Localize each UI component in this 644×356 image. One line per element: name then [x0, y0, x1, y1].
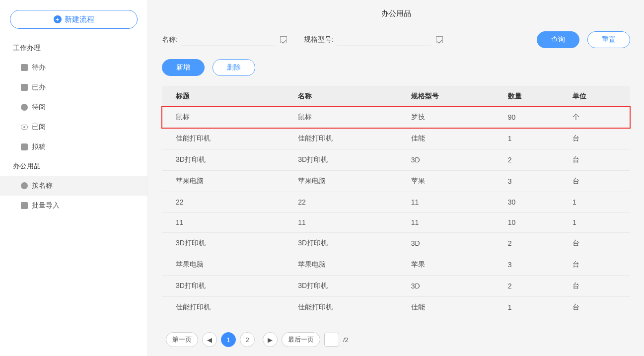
table-cell: 罗技 — [404, 107, 501, 128]
table-cell: 3D打印机 — [162, 149, 291, 171]
new-process-button[interactable]: + 新建流程 — [10, 10, 138, 29]
table-cell: 3D — [404, 276, 501, 297]
table-cell: 佳能 — [404, 297, 501, 318]
table-row[interactable]: 222211301 — [162, 192, 630, 213]
table-cell: 11 — [291, 213, 404, 233]
sidebar-item-done[interactable]: 已办 — [0, 77, 147, 97]
table-row[interactable]: 3D打印机3D打印机3D2台 — [162, 149, 630, 171]
table-cell: 30 — [501, 192, 566, 213]
table-cell: 10 — [501, 213, 566, 233]
delete-button[interactable]: 删除 — [213, 59, 255, 76]
edit-icon[interactable] — [436, 36, 443, 43]
pencil-icon — [21, 143, 28, 150]
sidebar-item-todo[interactable]: 待办 — [0, 58, 147, 77]
delete-label: 删除 — [227, 63, 241, 72]
table-cell: 1 — [566, 192, 630, 213]
toread-icon — [21, 104, 28, 111]
table-row[interactable]: 鼠标鼠标罗技90个 — [162, 107, 630, 128]
sidebar: + 新建流程 工作办理 待办 已办 待阅 已阅 拟稿 办公用品 按名称 — [0, 0, 148, 356]
table-row[interactable]: 苹果电脑苹果电脑苹果3台 — [162, 171, 630, 192]
table-cell: 台 — [566, 149, 630, 171]
table-cell: 佳能 — [404, 128, 501, 149]
sidebar-item-label: 待阅 — [32, 103, 46, 112]
filter-spec-input[interactable] — [337, 34, 431, 46]
table-row[interactable]: 3D打印机3D打印机3D2台 — [162, 276, 630, 297]
add-button[interactable]: 新增 — [162, 59, 205, 76]
table-row[interactable]: 佳能打印机佳能打印机佳能1台 — [162, 297, 630, 318]
main-content: 办公用品 名称: 规格型号: 查询 重置 新增 — [148, 0, 644, 356]
query-label: 查询 — [551, 35, 565, 44]
table-header: 名称 — [291, 86, 404, 107]
page-last-label: 最后一页 — [288, 335, 314, 344]
todo-icon — [21, 64, 28, 71]
sidebar-item-import[interactable]: 批量导入 — [0, 196, 147, 215]
sidebar-item-read[interactable]: 已阅 — [0, 117, 147, 137]
tag-icon — [21, 182, 28, 189]
sidebar-item-label: 已阅 — [32, 123, 46, 132]
page-total: /2 — [343, 336, 349, 344]
supplies-table: 标题名称规格型号数量单位 鼠标鼠标罗技90个佳能打印机佳能打印机佳能1台3D打印… — [162, 86, 630, 318]
table-cell: 台 — [566, 276, 630, 297]
page-next-button[interactable]: ▶ — [263, 332, 278, 347]
table-cell: 鼠标 — [291, 107, 404, 128]
table-cell: 台 — [566, 233, 630, 254]
page-number-button[interactable]: 1 — [221, 332, 236, 347]
table-cell: 佳能打印机 — [162, 128, 291, 149]
action-row: 新增 删除 — [162, 59, 630, 76]
table-cell: 苹果 — [404, 171, 501, 192]
sidebar-item-label: 按名称 — [32, 181, 53, 190]
add-label: 新增 — [176, 63, 190, 72]
table-row[interactable]: 111111101 — [162, 213, 630, 233]
sidebar-item-label: 已办 — [32, 83, 46, 92]
pagination: 第一页 ◀ 12 ▶ 最后一页 /2 — [162, 318, 630, 352]
table-cell: 11 — [404, 213, 501, 233]
sidebar-item-byname[interactable]: 按名称 — [0, 176, 147, 196]
eye-icon — [21, 125, 28, 130]
query-button[interactable]: 查询 — [537, 31, 579, 48]
table-cell: 22 — [291, 192, 404, 213]
filter-name-input[interactable] — [181, 34, 275, 46]
edit-icon[interactable] — [280, 36, 287, 43]
table-cell: 2 — [501, 276, 566, 297]
filter-name-label: 名称: — [162, 35, 178, 44]
reset-label: 重置 — [602, 35, 616, 44]
sidebar-item-label: 拟稿 — [32, 142, 46, 151]
table-row[interactable]: 佳能打印机佳能打印机佳能1台 — [162, 128, 630, 149]
page-input[interactable] — [324, 333, 339, 347]
table-cell: 苹果电脑 — [162, 171, 291, 192]
table-cell: 90 — [501, 107, 566, 128]
filter-row: 名称: 规格型号: 查询 重置 — [162, 25, 630, 59]
table-cell: 苹果 — [404, 254, 501, 276]
table-cell: 3D打印机 — [291, 149, 404, 171]
table-cell: 3D打印机 — [291, 276, 404, 297]
table-header: 单位 — [566, 86, 630, 107]
reset-button[interactable]: 重置 — [587, 31, 630, 48]
new-process-label: 新建流程 — [65, 15, 94, 24]
table-cell: 3D打印机 — [162, 233, 291, 254]
table-cell: 个 — [566, 107, 630, 128]
page-first-button[interactable]: 第一页 — [166, 332, 198, 347]
table-cell: 3D — [404, 233, 501, 254]
chevron-right-icon: ▶ — [268, 336, 273, 344]
page-last-button[interactable]: 最后一页 — [282, 332, 320, 347]
sidebar-item-toread[interactable]: 待阅 — [0, 97, 147, 117]
table-cell: 苹果电脑 — [291, 171, 404, 192]
table-cell: 11 — [404, 192, 501, 213]
table-cell: 1 — [501, 128, 566, 149]
table-row[interactable]: 3D打印机3D打印机3D2台 — [162, 233, 630, 254]
page-prev-button[interactable]: ◀ — [202, 332, 217, 347]
page-first-label: 第一页 — [172, 335, 192, 344]
table-cell: 苹果电脑 — [291, 254, 404, 276]
table-cell: 台 — [566, 128, 630, 149]
table-cell: 1 — [566, 213, 630, 233]
table-row[interactable]: 苹果电脑苹果电脑苹果3台 — [162, 254, 630, 276]
table-cell: 台 — [566, 297, 630, 318]
done-icon — [21, 84, 28, 91]
table-cell: 11 — [162, 213, 291, 233]
sidebar-item-draft[interactable]: 拟稿 — [0, 137, 147, 157]
table-cell: 佳能打印机 — [162, 297, 291, 318]
page-number-button[interactable]: 2 — [240, 332, 255, 347]
table-cell: 台 — [566, 254, 630, 276]
table-cell: 2 — [501, 149, 566, 171]
table-cell: 22 — [162, 192, 291, 213]
